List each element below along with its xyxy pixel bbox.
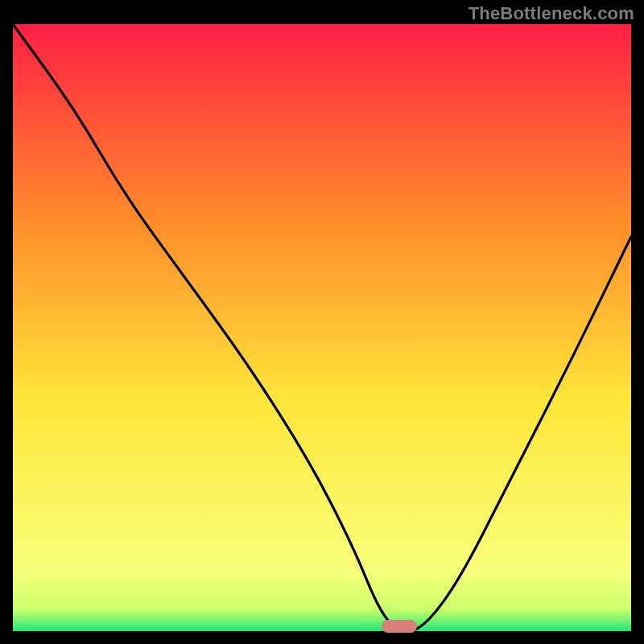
gradient-background — [13, 24, 631, 631]
plot-area — [13, 24, 631, 631]
watermark-label: TheBottleneck.com — [469, 3, 634, 24]
optimum-marker — [382, 620, 417, 633]
chart-frame: TheBottleneck.com — [0, 0, 644, 644]
chart-svg — [13, 24, 631, 631]
